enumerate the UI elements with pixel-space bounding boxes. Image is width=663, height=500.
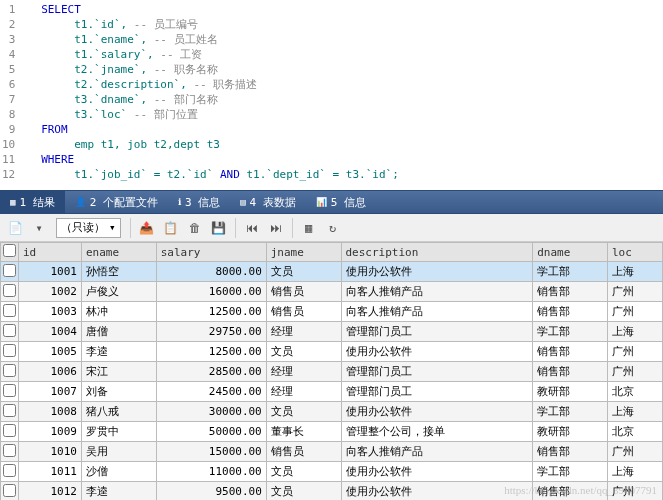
select-all-checkbox[interactable] <box>3 244 16 257</box>
tab-profile[interactable]: 👤2 个配置文件 <box>65 191 168 214</box>
row-checkbox[interactable] <box>3 404 16 417</box>
cell-jname[interactable]: 文员 <box>266 262 341 282</box>
cell-ename[interactable]: 刘备 <box>82 382 157 402</box>
cell-id[interactable]: 1011 <box>19 462 82 482</box>
row-checkbox[interactable] <box>3 284 16 297</box>
tab-info[interactable]: ℹ3 信息 <box>168 191 230 214</box>
cell-ename[interactable]: 孙悟空 <box>82 262 157 282</box>
cell-id[interactable]: 1004 <box>19 322 82 342</box>
cell-jname[interactable]: 经理 <box>266 382 341 402</box>
col-id[interactable]: id <box>19 243 82 262</box>
result-grid[interactable]: idenamesalaryjnamedescriptiondnameloc 10… <box>0 242 663 500</box>
table-row[interactable]: 1003林冲12500.00销售员向客人推销产品销售部广州 <box>1 302 663 322</box>
cell-jname[interactable]: 董事长 <box>266 422 341 442</box>
cell-loc[interactable]: 上海 <box>607 322 662 342</box>
tab-info2[interactable]: 📊5 信息 <box>306 191 376 214</box>
cell-dname[interactable]: 销售部 <box>533 302 608 322</box>
col-loc[interactable]: loc <box>607 243 662 262</box>
col-jname[interactable]: jname <box>266 243 341 262</box>
cell-salary[interactable]: 50000.00 <box>156 422 266 442</box>
cell-salary[interactable]: 12500.00 <box>156 302 266 322</box>
cell-loc[interactable]: 上海 <box>607 462 662 482</box>
cell-loc[interactable]: 广州 <box>607 482 662 501</box>
table-row[interactable]: 1010吴用15000.00销售员向客人推销产品销售部广州 <box>1 442 663 462</box>
cell-description[interactable]: 使用办公软件 <box>341 402 533 422</box>
cell-id[interactable]: 1005 <box>19 342 82 362</box>
cell-dname[interactable]: 销售部 <box>533 342 608 362</box>
cell-salary[interactable]: 12500.00 <box>156 342 266 362</box>
cell-dname[interactable]: 学工部 <box>533 322 608 342</box>
cell-description[interactable]: 管理部门员工 <box>341 362 533 382</box>
cell-description[interactable]: 向客人推销产品 <box>341 282 533 302</box>
cell-description[interactable]: 使用办公软件 <box>341 462 533 482</box>
table-row[interactable]: 1001孙悟空8000.00文员使用办公软件学工部上海 <box>1 262 663 282</box>
cell-jname[interactable]: 销售员 <box>266 302 341 322</box>
cell-id[interactable]: 1001 <box>19 262 82 282</box>
row-checkbox[interactable] <box>3 484 16 497</box>
last-button[interactable]: ⏭ <box>265 217 287 239</box>
table-row[interactable]: 1011沙僧11000.00文员使用办公软件学工部上海 <box>1 462 663 482</box>
cell-jname[interactable]: 文员 <box>266 402 341 422</box>
cell-dname[interactable]: 教研部 <box>533 422 608 442</box>
tab-tabledata[interactable]: ▤4 表数据 <box>230 191 306 214</box>
cell-description[interactable]: 管理整个公司，接单 <box>341 422 533 442</box>
cell-salary[interactable]: 8000.00 <box>156 262 266 282</box>
col-salary[interactable]: salary <box>156 243 266 262</box>
cell-loc[interactable]: 广州 <box>607 362 662 382</box>
row-checkbox[interactable] <box>3 264 16 277</box>
cell-jname[interactable]: 文员 <box>266 462 341 482</box>
cell-salary[interactable]: 11000.00 <box>156 462 266 482</box>
table-row[interactable]: 1002卢俊义16000.00销售员向客人推销产品销售部广州 <box>1 282 663 302</box>
cell-jname[interactable]: 销售员 <box>266 282 341 302</box>
cell-ename[interactable]: 李逵 <box>82 342 157 362</box>
cell-loc[interactable]: 北京 <box>607 382 662 402</box>
tab-result[interactable]: ▦1 结果 <box>0 191 65 214</box>
cell-description[interactable]: 向客人推销产品 <box>341 442 533 462</box>
table-row[interactable]: 1005李逵12500.00文员使用办公软件销售部广州 <box>1 342 663 362</box>
cell-id[interactable]: 1007 <box>19 382 82 402</box>
cell-jname[interactable]: 文员 <box>266 482 341 501</box>
cell-ename[interactable]: 吴用 <box>82 442 157 462</box>
sql-editor[interactable]: 123456789101112 SELECT t1.`id`, -- 员工编号 … <box>0 0 663 190</box>
table-row[interactable]: 1004唐僧29750.00经理管理部门员工学工部上海 <box>1 322 663 342</box>
row-checkbox[interactable] <box>3 324 16 337</box>
cell-salary[interactable]: 24500.00 <box>156 382 266 402</box>
row-checkbox[interactable] <box>3 384 16 397</box>
col-ename[interactable]: ename <box>82 243 157 262</box>
cell-loc[interactable]: 广州 <box>607 282 662 302</box>
code-area[interactable]: SELECT t1.`id`, -- 员工编号 t1.`ename`, -- 员… <box>21 0 399 190</box>
cell-salary[interactable]: 29750.00 <box>156 322 266 342</box>
cell-loc[interactable]: 上海 <box>607 262 662 282</box>
cell-ename[interactable]: 卢俊义 <box>82 282 157 302</box>
row-checkbox[interactable] <box>3 364 16 377</box>
cell-salary[interactable]: 9500.00 <box>156 482 266 501</box>
cell-jname[interactable]: 经理 <box>266 362 341 382</box>
cell-salary[interactable]: 30000.00 <box>156 402 266 422</box>
cell-id[interactable]: 1002 <box>19 282 82 302</box>
refresh-button[interactable]: ↻ <box>322 217 344 239</box>
cell-dname[interactable]: 销售部 <box>533 482 608 501</box>
cell-loc[interactable]: 广州 <box>607 442 662 462</box>
table-row[interactable]: 1007刘备24500.00经理管理部门员工教研部北京 <box>1 382 663 402</box>
row-checkbox[interactable] <box>3 464 16 477</box>
row-checkbox[interactable] <box>3 304 16 317</box>
cell-ename[interactable]: 林冲 <box>82 302 157 322</box>
cell-jname[interactable]: 经理 <box>266 322 341 342</box>
cell-id[interactable]: 1006 <box>19 362 82 382</box>
cell-id[interactable]: 1009 <box>19 422 82 442</box>
cell-id[interactable]: 1008 <box>19 402 82 422</box>
cell-description[interactable]: 管理部门员工 <box>341 322 533 342</box>
cell-salary[interactable]: 15000.00 <box>156 442 266 462</box>
col-description[interactable]: description <box>341 243 533 262</box>
copy-button[interactable]: 📋 <box>160 217 182 239</box>
cell-description[interactable]: 使用办公软件 <box>341 262 533 282</box>
cell-dname[interactable]: 销售部 <box>533 282 608 302</box>
cell-salary[interactable]: 16000.00 <box>156 282 266 302</box>
cell-id[interactable]: 1010 <box>19 442 82 462</box>
cell-dname[interactable]: 学工部 <box>533 402 608 422</box>
table-row[interactable]: 1012李逵9500.00文员使用办公软件销售部广州 <box>1 482 663 501</box>
cell-description[interactable]: 使用办公软件 <box>341 342 533 362</box>
cell-ename[interactable]: 猪八戒 <box>82 402 157 422</box>
cell-ename[interactable]: 李逵 <box>82 482 157 501</box>
cell-ename[interactable]: 唐僧 <box>82 322 157 342</box>
